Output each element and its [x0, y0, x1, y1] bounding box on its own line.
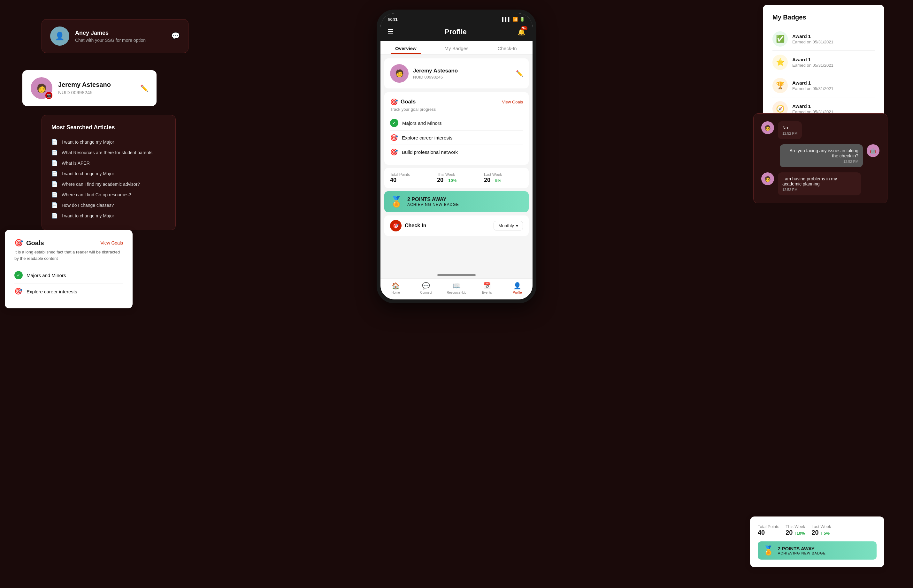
badge-name-1: Award 1 — [792, 34, 834, 39]
list-item[interactable]: 📄What Resources are there for student pa… — [52, 147, 166, 158]
bnav-profile[interactable]: 👤 Profile — [502, 282, 533, 294]
bnav-events[interactable]: 📅 Events — [472, 282, 502, 294]
last-change: ↑ 5% — [492, 178, 501, 183]
notif-badge: 9+ — [521, 26, 528, 30]
badge-pts-away: 2 POINTS AWAY — [407, 197, 459, 202]
list-item[interactable]: 📄I want to change my Major — [52, 210, 166, 221]
total-pts-val: 40 — [390, 177, 429, 184]
phone-bottom-nav: 🏠 Home 💬 Connect 📖 ResourceHub 📅 Events … — [380, 278, 533, 299]
status-bar: 9:41 ▌▌▌ 📶 🔋 — [380, 13, 533, 24]
phone-edit-icon[interactable]: ✏️ — [516, 70, 523, 77]
jeremy-name: Jeremy Astesano — [58, 81, 134, 89]
tab-check-in[interactable]: Check-In — [482, 41, 533, 54]
phone-goals-header-left: 🎯 Goals — [390, 98, 416, 106]
chat-card-info: Ancy James Chat with your SSG for more o… — [75, 30, 165, 43]
phone-mockup: 9:41 ▌▌▌ 📶 🔋 ☰ Profile 🔔 9+ Overview My … — [377, 10, 536, 303]
week-change: ↑ 10% — [445, 178, 456, 183]
week-pts-label: This Week — [437, 172, 476, 177]
total-pts-label: Total Points — [390, 172, 429, 177]
pts-col-last: Last Week 20 ↑ 5% — [811, 524, 831, 536]
phone-majors-label: Majors and Minors — [402, 120, 442, 126]
badge-date-2: Earned on 05/31/2021 — [792, 63, 834, 68]
resource-label: ResourceHub — [447, 291, 466, 294]
msg1-time: 12:52 PM — [782, 131, 797, 135]
msg1-text: No — [782, 125, 788, 130]
phone-content: 🧑 Jeremy Astesano NUID 00998245 ✏️ 🎯 Goa… — [380, 55, 533, 269]
badges-panel-title: My Badges — [772, 14, 875, 21]
chat-icon[interactable]: 💬 — [171, 32, 180, 40]
list-item[interactable]: 📄Where can I find Co-op resources? — [52, 189, 166, 200]
phone-view-goals[interactable]: View Goals — [502, 100, 523, 104]
goals-majors-item: ✓ Majors and Minors — [15, 267, 123, 283]
phone-points-bar: Total Points 40 This Week 20 ↑ 10% Last … — [384, 168, 529, 188]
phone-avatar: 🧑 — [390, 64, 409, 83]
list-item[interactable]: 📄I want to change my Major — [52, 168, 166, 179]
phone-career-label: Explore career interests — [402, 135, 452, 141]
ancy-sub: Chat with your SSG for more option — [75, 38, 165, 43]
phone-profile-name: Jeremy Astesano — [413, 68, 458, 74]
pts-col-week: This Week 20 ↑10% — [785, 524, 805, 536]
phone-check-icon: ✓ — [390, 119, 398, 127]
week-change-badge: ↑10% — [795, 531, 805, 536]
goals-card: 🎯 Goals View Goals It is a long establis… — [5, 230, 133, 309]
jeremy-nuid: NUID 00998245 — [58, 90, 134, 95]
article-icon: 📄 — [52, 213, 58, 219]
mini-badge-banner: 🏅 2 POINTS AWAY ACHIEVING NEW BADGE — [758, 541, 877, 560]
msg2-time: 12:52 PM — [784, 160, 858, 163]
ancy-avatar: 👤 — [50, 26, 69, 46]
goals-career-item: 🎯 Explore career interests — [15, 283, 123, 299]
connect-label: Connect — [420, 291, 432, 294]
phone-total-pts: Total Points 40 — [390, 172, 429, 184]
phone-goals-title: Goals — [401, 99, 416, 105]
msg1-avatar: 🧑 — [761, 121, 774, 134]
week-pts-val: 20 ↑ 10% — [437, 177, 476, 184]
article-icon: 📄 — [52, 181, 58, 187]
bnav-resource[interactable]: 📖 ResourceHub — [441, 282, 471, 294]
checkin-left: 🎯 Check-In — [390, 220, 426, 231]
goals-target-icon: 🎯 — [15, 239, 23, 247]
list-item[interactable]: 📄How do I change classes? — [52, 200, 166, 210]
hamburger-icon[interactable]: ☰ — [387, 28, 394, 36]
msg2-text: Are you facing any issues in taking the … — [789, 148, 858, 158]
status-icons: ▌▌▌ 📶 🔋 — [502, 17, 525, 22]
pts-total-label: Total Points — [758, 524, 779, 529]
bnav-connect[interactable]: 💬 Connect — [411, 282, 441, 294]
badge-date-3: Earned on 05/31/2021 — [792, 86, 834, 91]
phone-tabs: Overview My Badges Check-In — [380, 41, 533, 55]
bnav-home[interactable]: 🏠 Home — [380, 282, 411, 294]
phone-last-pts: Last Week 20 ↑ 5% — [484, 172, 523, 184]
phone-nav-title: Profile — [445, 28, 466, 36]
jeremy-info: Jeremy Astesano NUID 00998245 — [58, 81, 134, 95]
phone-goal-career: 🎯 Explore career interests — [390, 131, 523, 145]
events-icon: 📅 — [483, 282, 491, 289]
checkin-dropdown[interactable]: Monthly ▾ — [494, 221, 523, 231]
jeremy-avatar-wrap: 🧑 📷 — [31, 77, 52, 99]
phone-network-icon: 🎯 — [390, 148, 398, 156]
badge-name-3: Award 1 — [792, 80, 834, 86]
phone-goals-sub: Track your goal progress — [390, 107, 523, 112]
mini-badge-sub: ACHIEVING NEW BADGE — [778, 551, 826, 555]
phone-profile-section: 🧑 Jeremy Astesano NUID 00998245 ✏️ — [384, 58, 529, 89]
view-goals-button[interactable]: View Goals — [100, 241, 123, 246]
articles-title: Most Searched Articles — [52, 124, 166, 131]
pts-week-label: This Week — [785, 524, 805, 529]
pts-col-total: Total Points 40 — [758, 524, 779, 536]
bell-button[interactable]: 🔔 9+ — [518, 28, 526, 36]
phone-goals-icon: 🎯 — [390, 98, 398, 106]
msg3-text: I am having problems in my academic plan… — [782, 176, 837, 186]
tab-overview[interactable]: Overview — [380, 41, 431, 54]
majors-label: Majors and Minors — [26, 273, 66, 278]
list-item[interactable]: 📄Where can I find my academic advisor? — [52, 179, 166, 189]
last-pts-val: 20 ↑ 5% — [484, 177, 523, 184]
list-item[interactable]: 📄What is APER — [52, 158, 166, 168]
jeremy-edit-icon[interactable]: ✏️ — [140, 84, 148, 92]
pts-week-val: 20 ↑10% — [785, 529, 805, 536]
chat-panel: 🧑 No 12:52 PM 🤖 Are you facing any issue… — [753, 113, 887, 204]
jeremy-camera-badge[interactable]: 📷 — [45, 92, 52, 99]
divider1 — [433, 172, 433, 184]
list-item[interactable]: 📄I want to change my Major — [52, 137, 166, 147]
career-icon: 🎯 — [15, 287, 23, 296]
phone-goals-header: 🎯 Goals View Goals — [390, 98, 523, 106]
profile-label: Profile — [513, 291, 522, 294]
tab-my-badges[interactable]: My Badges — [431, 41, 482, 54]
